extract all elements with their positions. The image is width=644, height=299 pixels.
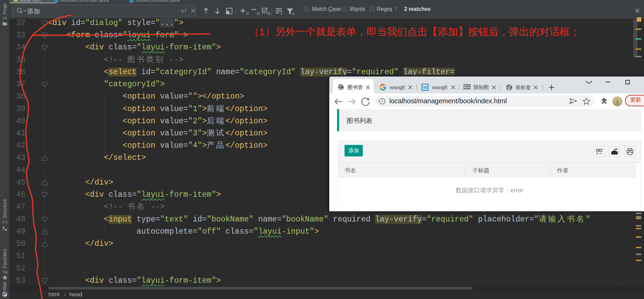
svg-text:W: W bbox=[423, 85, 428, 90]
